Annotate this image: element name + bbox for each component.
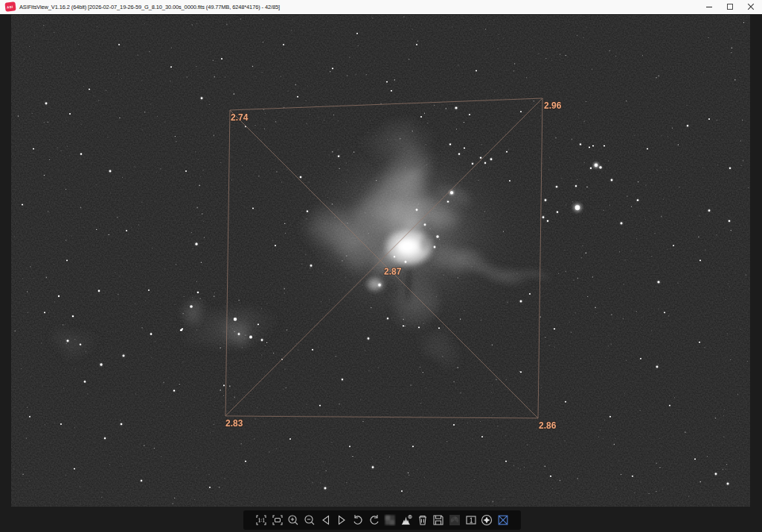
svg-text:2.86: 2.86 <box>539 420 557 431</box>
svg-text:2.74: 2.74 <box>231 112 249 123</box>
svg-text:2.87: 2.87 <box>384 266 402 277</box>
svg-text:2.96: 2.96 <box>544 100 562 111</box>
svg-text:2.83: 2.83 <box>225 418 243 429</box>
